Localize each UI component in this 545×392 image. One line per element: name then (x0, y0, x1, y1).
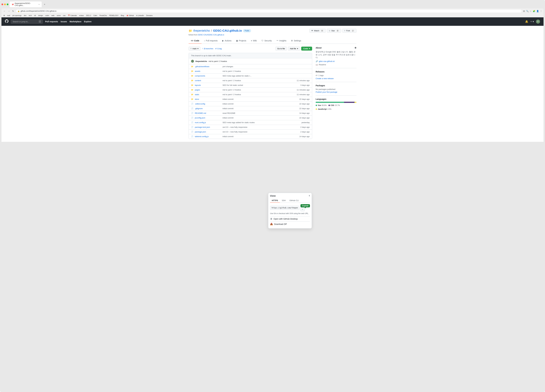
about-gear-icon[interactable]: ⚙ (354, 47, 356, 49)
user-avatar[interactable]: P (536, 19, 540, 24)
minimize-window-button[interactable] (4, 4, 6, 5)
commit-author-name[interactable]: thepenielcho (195, 60, 207, 62)
tab-pull-requests[interactable]: ↕ Pull requests (202, 38, 220, 44)
bookmark-csdm[interactable]: csdm (45, 14, 50, 17)
bookmark-penielogy[interactable]: PENIELOGY (109, 14, 119, 17)
code-dropdown-button[interactable]: Code ▾ (301, 47, 312, 50)
watch-button[interactable]: 👁 Watch 0 (309, 29, 326, 33)
tab-close-button[interactable]: ✕ (38, 4, 40, 5)
add-file-button[interactable]: Add file ▾ (288, 47, 300, 50)
bookmark-mail[interactable]: mail (6, 14, 11, 17)
clone-tab-cli[interactable]: GitHub CLI (288, 199, 300, 203)
more-button[interactable]: ⋮ (540, 10, 542, 12)
go-to-file-button[interactable]: Go to file (275, 47, 287, 50)
file-name-link[interactable]: package.json (195, 131, 221, 133)
address-bar[interactable]: 🔒 github.com/thepenielcho/GDSC-CAU.githu… (16, 9, 522, 13)
create-release-link[interactable]: Create a new release (316, 77, 356, 80)
readme-link[interactable]: 📖 Readme (316, 63, 356, 66)
bookmark-calendar[interactable]: 📅 Calendar (67, 14, 78, 17)
file-name-link[interactable]: .gitignore (195, 107, 221, 110)
bookmark-linkedin[interactable]: in LinkedIn (136, 14, 144, 17)
tags-count-row[interactable]: 🏷 1 tags (316, 74, 356, 76)
nav-explore[interactable]: Explore (84, 20, 91, 23)
back-button[interactable]: ← (3, 10, 6, 12)
tab-actions[interactable]: ▶ Actions (220, 38, 234, 44)
star-button[interactable]: ☆ Star 0 (327, 29, 341, 33)
bookmark-dev[interactable]: dev (23, 14, 27, 17)
file-name-link[interactable]: .github/workflows (195, 65, 221, 68)
file-name-link[interactable]: package-lock.json (195, 126, 221, 128)
nav-issues[interactable]: Issues (61, 20, 67, 23)
maximize-window-button[interactable] (7, 4, 8, 5)
bookmark-blog[interactable]: Blog (120, 14, 124, 17)
bookmark-apps[interactable]: ⊞ (3, 14, 5, 17)
tab-code[interactable]: <> Code (189, 38, 202, 44)
vue-language-item[interactable]: Vue 69.8% (316, 104, 327, 106)
nav-pull-requests[interactable]: Pull requests (45, 20, 58, 23)
file-name-link[interactable]: .editorconfig (195, 103, 221, 105)
tab-security[interactable]: 🛡 Security (259, 38, 274, 44)
file-name-link[interactable]: assets (195, 70, 221, 72)
download-zip-button[interactable]: 📥 Download ZIP (270, 221, 310, 227)
bookmark-button[interactable]: ☆ (530, 10, 532, 12)
github-search-box[interactable]: Search or jump to... / (11, 19, 43, 24)
search-button[interactable]: 🔍 (526, 10, 528, 12)
bookmark-github[interactable]: 🐙 GitHub (126, 14, 134, 17)
repo-name-link[interactable]: GDSC-CAU.github.io (213, 29, 242, 32)
publish-package-link[interactable]: Publish your first package (316, 91, 356, 93)
browser-tab[interactable]: 🐙 thepenielcho/GDSC-CAU.githu... ✕ (10, 1, 42, 7)
bookmark-eclass[interactable]: eclass (79, 14, 84, 17)
bookmark-ott[interactable]: ott (33, 14, 37, 17)
bookmark-web[interactable]: web (51, 14, 55, 17)
css-language-item[interactable]: CSS 25.7% (328, 104, 340, 106)
bookmark-penielcho[interactable]: PenielCho (99, 14, 108, 17)
repo-owner-link[interactable]: thepenielcho (193, 29, 210, 32)
extension-button[interactable]: 🧩 (533, 10, 535, 12)
notifications-button[interactable]: 🔔 (525, 20, 528, 23)
clone-tab-https[interactable]: HTTPS (270, 199, 280, 203)
copy-url-button[interactable]: ✓ (300, 207, 305, 211)
bookmark-some[interactable]: some (56, 14, 61, 17)
file-name-link[interactable]: store (195, 98, 221, 100)
forward-button[interactable]: → (7, 10, 11, 12)
bookmark-job[interactable]: job openings (12, 14, 22, 17)
file-name-link[interactable]: layouts (195, 84, 221, 86)
open-desktop-button[interactable]: 🖥 Open with GitHub Desktop (270, 216, 310, 221)
file-name-link[interactable]: jsconfig.json (195, 117, 221, 119)
bookmark-design[interactable]: design (37, 14, 43, 17)
tab-projects[interactable]: ▦ Projects (234, 38, 249, 44)
fork-button[interactable]: ⑂ Fork 2 (342, 29, 356, 33)
file-name-link[interactable]: README.md (195, 112, 221, 114)
js-language-item[interactable]: JavaScript 4.5% (316, 108, 331, 110)
clone-url-input[interactable] (270, 206, 300, 210)
create-button[interactable]: + ▾ (530, 20, 534, 23)
website-link[interactable]: 🔗 gdsc-cau.github.io/ (316, 60, 356, 62)
file-name-link[interactable]: static (195, 93, 221, 96)
bookmark-tech[interactable]: tech (28, 14, 32, 17)
branches-link[interactable]: ⑂ 2 branches (202, 48, 213, 50)
profile-button[interactable]: 👤 (536, 10, 539, 12)
bookmark-2021[interactable]: 2021-2 (86, 14, 92, 17)
file-name-link[interactable]: tailwind.config.js (195, 135, 221, 137)
translate-button[interactable]: ⊞ (523, 10, 525, 12)
file-name-link[interactable]: content (195, 79, 221, 82)
bookmark-domains[interactable]: Domains (146, 14, 153, 17)
file-name-link[interactable]: components (195, 75, 221, 77)
nav-marketplace[interactable]: Marketplace (70, 20, 81, 23)
clone-help-icon[interactable]: ? (309, 195, 310, 197)
file-name-link[interactable]: nuxt.config.js (195, 121, 221, 124)
bookmark-calm[interactable]: Calm (93, 14, 98, 17)
tab-wiki[interactable]: ≡ Wiki (249, 38, 259, 44)
clone-tab-ssh[interactable]: SSH (280, 199, 287, 203)
new-tab-button[interactable]: + (43, 3, 46, 6)
bookmark-cau[interactable]: cau (62, 14, 66, 17)
tags-link[interactable]: 🏷 1 tag (215, 48, 222, 50)
tab-insights[interactable]: 〜 Insights (274, 38, 289, 44)
file-name-link[interactable]: pages (195, 89, 221, 91)
branch-dropdown-button[interactable]: ⑂ main ▾ (189, 47, 200, 50)
tab-settings[interactable]: ⚙ Settings (289, 38, 303, 44)
forked-from-link[interactable]: GDSC-CAU/GDSC-CAU.github.io (198, 34, 224, 36)
github-logo[interactable] (5, 19, 8, 24)
reload-button[interactable]: ↻ (12, 10, 15, 12)
close-window-button[interactable] (1, 4, 3, 5)
